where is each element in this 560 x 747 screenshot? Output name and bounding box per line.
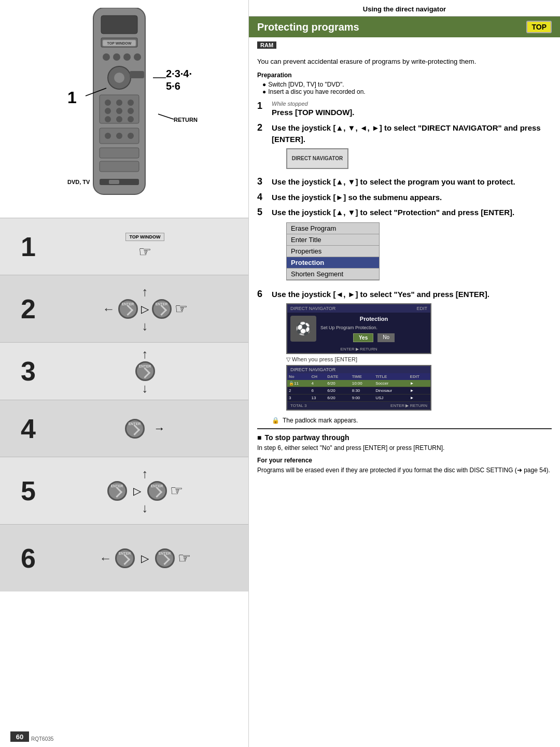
label-dvdtv: DVD, TV: [67, 179, 90, 185]
cell-ch-2: 6: [310, 387, 326, 394]
menu-item-title: Enter Title: [287, 234, 379, 246]
step-n-2: 2: [257, 122, 268, 133]
enter-label-6b: ENTER: [159, 552, 171, 555]
padlock-note: 🔒 The padlock mark appears.: [272, 417, 552, 424]
svg-rect-9: [130, 71, 144, 78]
cell-no-2: 2: [287, 387, 310, 394]
svg-point-17: [105, 116, 111, 122]
svg-point-16: [128, 108, 134, 114]
title-bar: Protecting programs TOP: [249, 17, 560, 37]
cell-title-2: Dinosaur: [374, 387, 408, 394]
arrow-up-2: ↑: [142, 285, 148, 299]
svg-point-8: [114, 73, 124, 83]
content-area: You can prevent accidental erasure of pr…: [249, 53, 560, 747]
svg-point-15: [116, 108, 122, 114]
hand-icon-5: ☞: [170, 482, 183, 499]
enter-btn-4[interactable]: ENTER: [125, 419, 145, 439]
step-content-2: Use the joystick [▲, ▼, ◄, ►] to select …: [272, 122, 552, 172]
svg-rect-1: [101, 16, 137, 34]
cell-time-3: 9:00: [351, 394, 374, 402]
step-diagram-4: ENTER →: [52, 419, 238, 439]
page-title: Protecting programs: [257, 21, 359, 33]
cell-date-1: 6/20: [326, 380, 351, 387]
col-date: DATE: [326, 373, 351, 380]
step-row-4: 4 ENTER →: [0, 400, 248, 457]
ram-badge: RAM: [249, 37, 560, 53]
svg-point-13: [128, 100, 134, 106]
svg-rect-25: [100, 161, 139, 172]
right-panel: Using the direct navigator Protecting pr…: [249, 0, 560, 747]
enter-btn-5[interactable]: ENTER: [107, 481, 127, 501]
table-header-row: No CH DATE TIME TITLE EDIT: [287, 373, 430, 380]
cell-title-3: USJ: [374, 394, 408, 402]
step-instruction-1: 1 While stopped Press [TOP WINDOW].: [257, 101, 552, 118]
menu-item-shorten: Shorten Segment: [287, 269, 379, 280]
step-n-3: 3: [257, 176, 268, 187]
step-diagram-2: ↑ ← ENTER ▷ ENTER ☞ ↓: [52, 285, 238, 333]
menu-item-properties: Properties: [287, 246, 379, 257]
step-num-2: 2: [21, 293, 52, 325]
no-button[interactable]: No: [377, 333, 395, 342]
step-n-5: 5: [257, 207, 268, 218]
enter-btn-2[interactable]: ENTER: [118, 299, 138, 319]
submenu-box: Erase Program Enter Title Properties Pro…: [286, 222, 380, 280]
col-edit: EDIT: [409, 373, 430, 380]
cell-edit-2: ►: [409, 387, 430, 394]
screen-text-area: Protection Set Up Program Protection. Ye…: [320, 316, 427, 342]
step-content-5: Use the joystick [▲, ▼] to select "Prote…: [272, 207, 514, 285]
svg-point-11: [105, 100, 111, 106]
cell-time-1: 10:00: [351, 380, 374, 387]
step-diagram-1: TOP WINDOW ☞: [52, 233, 238, 260]
rqt-code: RQT6035: [31, 736, 53, 742]
table-row: 🔒11 4 6/20 10:00 Soccer ►: [287, 380, 430, 387]
svg-point-23: [128, 133, 134, 139]
arrow-col-5: ↑ ENTER ▷ ENTER ☞ ↓: [107, 467, 183, 515]
enter-btn-6[interactable]: ENTER: [115, 548, 135, 568]
svg-rect-29: [109, 180, 119, 184]
step-num-1: 1: [21, 231, 52, 262]
protection-screen: DIRECT NAVIGATOR EDIT ⚽ Protection Set U…: [286, 303, 431, 354]
arrow-col-3: ↑ ENTER ↓: [135, 347, 155, 396]
cell-edit-1: ►: [409, 380, 430, 387]
cell-no-3: 3: [287, 394, 310, 402]
step-text-4: Use the joystick [►] so the submenu appe…: [272, 192, 442, 203]
col-ch: CH: [310, 373, 326, 380]
menu-item-erase: Erase Program: [287, 223, 379, 234]
step-content-6: Use the joystick [◄, ►] to select "Yes" …: [272, 289, 489, 413]
enter-btn-6b[interactable]: ENTER: [155, 548, 175, 568]
step-text-3: Use the joystick [▲, ▼] to select the pr…: [272, 176, 515, 188]
table-row: 2 6 6/20 8:30 Dinosaur ►: [287, 387, 430, 394]
intro-text: You can prevent accidental erasure of pr…: [257, 57, 552, 66]
step-content-4: Use the joystick [►] so the submenu appe…: [272, 192, 442, 203]
prep-item-2: Insert a disc you have recorded on.: [262, 88, 552, 95]
arrow-row-6: ← ENTER ▷ ENTER ☞: [100, 548, 191, 568]
step-text-5: Use the joystick [▲, ▼] to select "Prote…: [272, 207, 514, 218]
when-press-text: When you press [ENTER]: [286, 356, 489, 363]
enter-btn-3[interactable]: ENTER: [135, 361, 155, 381]
cell-ch-1: 4: [310, 380, 326, 387]
step-n-4: 4: [257, 192, 268, 203]
col-time: TIME: [351, 373, 374, 380]
svg-rect-24: [100, 148, 139, 158]
step-sub-1: While stopped: [272, 101, 354, 107]
svg-point-22: [116, 133, 122, 139]
label-return: RETURN: [174, 117, 198, 123]
step-n-1: 1: [257, 101, 268, 111]
step-content-3: Use the joystick [▲, ▼] to select the pr…: [272, 176, 515, 188]
enter-btn-2b[interactable]: ENTER: [152, 299, 172, 319]
table-row: 3 13 6/20 9:00 USJ ►: [287, 394, 430, 402]
enter-label-4: ENTER: [129, 422, 141, 426]
hand-icon-1: ☞: [138, 243, 151, 260]
step-content-1: While stopped Press [TOP WINDOW].: [272, 101, 354, 118]
arrow-left-6: ←: [100, 551, 112, 566]
arrow-up-5: ↑: [142, 467, 148, 481]
step-instruction-6: 6 Use the joystick [◄, ►] to select "Yes…: [257, 289, 552, 413]
step-num-4: 4: [21, 413, 52, 444]
arrow-left-2: ←: [103, 302, 115, 316]
enter-btn-5b[interactable]: ENTER: [147, 481, 167, 501]
arrow-right-6: ▷: [141, 552, 149, 565]
yes-button[interactable]: Yes: [353, 333, 373, 342]
remote-area: TOP WINDOW 1 2·3·4· 5·6 RETURN DVD, TV: [0, 0, 248, 218]
step-diagram-6: ← ENTER ▷ ENTER ☞: [52, 548, 238, 568]
col-title: TITLE: [374, 373, 408, 380]
